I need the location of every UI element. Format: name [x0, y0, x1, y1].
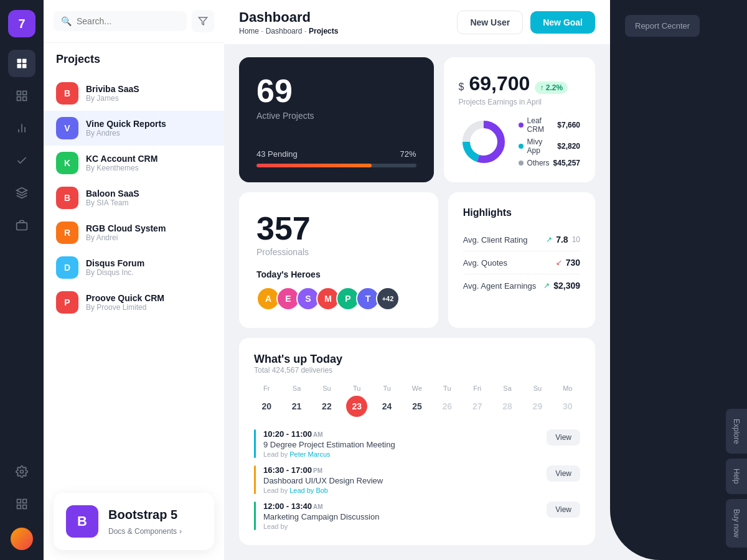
cal-day[interactable]: Fri 27 — [465, 385, 490, 417]
cal-day-name: Su — [322, 385, 331, 392]
active-projects-bottom: 43 Pending 72% — [256, 149, 416, 167]
event-lead-link[interactable]: Peter Marcus — [289, 450, 330, 458]
search-input[interactable] — [77, 16, 179, 26]
project-info-briviba: Briviba SaaS By James — [86, 84, 212, 103]
event-content: 10:20 - 11:00AM 9 Degree Project Estimat… — [263, 429, 539, 458]
project-item-briviba[interactable]: B Briviba SaaS By James — [44, 76, 224, 111]
project-name-rgb: RGB Cloud System — [86, 223, 212, 233]
nav-icon-dashboard[interactable] — [8, 50, 35, 77]
project-item-kc[interactable]: K KC Account CRM By Keenthemes — [44, 146, 224, 180]
sidebar: 🔍 Projects B Briviba SaaS By James V Vin… — [44, 0, 224, 560]
cal-day-num: 20 — [256, 396, 277, 417]
nav-icon-grid2[interactable] — [8, 490, 35, 518]
event-view-button[interactable]: View — [547, 465, 580, 482]
report-center-button[interactable]: Report Cecnter — [625, 15, 700, 37]
highlight-val-wrap: ↗ $2,309 — [543, 281, 580, 291]
cal-day-num: 25 — [406, 396, 428, 417]
project-item-vine[interactable]: V Vine Quick Reports By Andres — [44, 111, 224, 146]
event-lead: Lead by Lead by Bob — [263, 487, 539, 494]
svg-rect-2 — [17, 64, 22, 68]
project-by-briviba: By James — [86, 94, 212, 103]
active-projects-label: Active Projects — [256, 111, 416, 121]
earnings-value: 69,700 — [469, 72, 530, 95]
new-goal-button[interactable]: New Goal — [530, 11, 595, 34]
search-input-wrap[interactable]: 🔍 — [54, 11, 187, 31]
left-navigation: 7 — [0, 0, 44, 560]
event-ampm: PM — [313, 467, 322, 474]
cal-day-num: 27 — [467, 396, 488, 417]
legend-dot-others — [519, 161, 524, 166]
cal-day-num: 24 — [377, 396, 398, 417]
panel-tab[interactable]: Buy now — [726, 499, 747, 548]
cal-day[interactable]: Tu 26 — [435, 385, 459, 417]
user-avatar[interactable] — [11, 528, 33, 550]
event-lead-link[interactable]: Lead by Bob — [289, 487, 328, 494]
filter-button[interactable] — [192, 10, 214, 32]
project-name-proove: Proove Quick CRM — [86, 293, 212, 303]
cal-day[interactable]: Su 22 — [314, 385, 339, 417]
new-user-button[interactable]: New User — [457, 11, 523, 34]
whats-up-sub: Total 424,567 deliveries — [254, 366, 580, 375]
project-item-proove[interactable]: P Proove Quick CRM By Proove Limited — [44, 285, 224, 320]
highlight-val-wrap: ↙ 730 — [556, 258, 580, 268]
earnings-amount: $ 69,700 ↑ 2.2% — [459, 72, 580, 95]
cal-day-num: 29 — [527, 396, 548, 417]
project-info-vine: Vine Quick Reports By Andres — [86, 119, 212, 138]
nav-icon-check[interactable] — [8, 147, 35, 174]
pending-label: 43 Pending — [256, 149, 298, 159]
svg-marker-18 — [199, 17, 207, 25]
panel-tab[interactable]: Help — [726, 459, 747, 494]
cal-day[interactable]: Tu 24 — [374, 385, 399, 417]
project-by-proove: By Proove Limited — [86, 303, 212, 312]
cal-day[interactable]: Sa 28 — [495, 385, 520, 417]
project-item-disqus[interactable]: D Disqus Forum By Disqus Inc. — [44, 250, 224, 285]
highlight-name: Avg. Client Rating — [463, 235, 528, 245]
cal-day-name: Tu — [383, 385, 390, 392]
cal-day[interactable]: Sa 21 — [284, 385, 309, 417]
cal-day[interactable]: We 25 — [405, 385, 430, 417]
event-view-button[interactable]: View — [547, 429, 580, 446]
active-projects-count: 69 — [256, 75, 416, 107]
nav-icon-grid[interactable] — [8, 82, 35, 110]
project-by-kc: By Keenthemes — [86, 164, 212, 172]
highlight-arrow: ↙ — [556, 258, 562, 267]
panel-tab[interactable]: Explore — [726, 409, 747, 454]
project-list: B Briviba SaaS By James V Vine Quick Rep… — [44, 71, 224, 483]
nav-icon-briefcase[interactable] — [8, 212, 35, 239]
legend-item-mivy: Mivy App $2,820 — [519, 138, 580, 155]
cal-day-name: Tu — [353, 385, 360, 392]
nav-avatar[interactable]: 7 — [8, 10, 35, 37]
event-ampm: AM — [313, 431, 323, 438]
svg-rect-16 — [23, 505, 27, 509]
project-item-rgb[interactable]: R RGB Cloud System By Andrei — [44, 215, 224, 250]
professionals-count: 357 — [256, 210, 421, 247]
nav-icon-chart[interactable] — [8, 114, 35, 142]
sidebar-title: Projects — [44, 43, 224, 71]
legend-item-others: Others $45,257 — [519, 159, 580, 167]
docs-link[interactable]: Docs & Components › — [108, 527, 182, 536]
professionals-card: 357 Professionals Today's Heroes AESMPT+… — [239, 192, 438, 328]
cal-day[interactable]: Mo 30 — [555, 385, 580, 417]
event-border — [254, 465, 256, 494]
event-title: Dashboard UI/UX Design Review — [263, 476, 539, 485]
main-content: Dashboard Home - Dashboard - Projects Ne… — [224, 0, 610, 560]
calendar-card: What's up Today Total 424,567 deliveries… — [239, 338, 595, 545]
cal-day[interactable]: Fr 20 — [254, 385, 279, 417]
cal-day[interactable]: Tu 23 — [344, 385, 369, 417]
topbar-actions: New User New Goal — [457, 11, 595, 34]
project-info-proove: Proove Quick CRM By Proove Limited — [86, 293, 212, 312]
project-item-baloon[interactable]: B Baloon SaaS By SIA Team — [44, 180, 224, 215]
nav-icon-layers[interactable] — [8, 179, 35, 207]
event-item: 10:20 - 11:00AM 9 Degree Project Estimat… — [254, 429, 580, 458]
cal-day-name: Sa — [293, 385, 301, 392]
svg-point-13 — [21, 470, 24, 474]
nav-icon-settings[interactable] — [8, 458, 35, 485]
cal-day[interactable]: Su 29 — [525, 385, 550, 417]
project-info-kc: KC Account CRM By Keenthemes — [86, 154, 212, 172]
project-name-baloon: Baloon SaaS — [86, 189, 212, 198]
cal-day-num: 26 — [436, 396, 458, 417]
project-logo-baloon: B — [56, 187, 78, 209]
event-view-button[interactable]: View — [547, 502, 580, 518]
event-content: 16:30 - 17:00PM Dashboard UI/UX Design R… — [263, 465, 539, 494]
highlights-title: Highlights — [463, 207, 580, 218]
